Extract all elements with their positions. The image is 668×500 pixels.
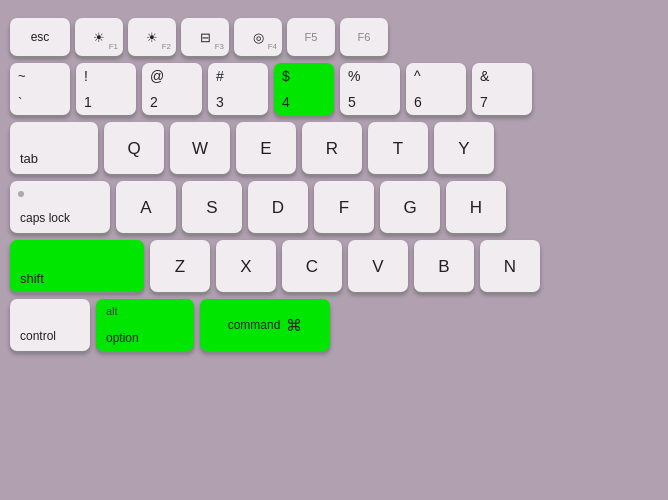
key-v[interactable]: V <box>348 240 408 292</box>
key-4[interactable]: $ 4 <box>274 63 334 115</box>
key-s[interactable]: S <box>182 181 242 233</box>
key-f2[interactable]: ☀ F2 <box>128 18 176 56</box>
key-f1[interactable]: ☀ F1 <box>75 18 123 56</box>
key-f[interactable]: F <box>314 181 374 233</box>
key-r[interactable]: R <box>302 122 362 174</box>
key-tab[interactable]: tab <box>10 122 98 174</box>
key-caps-lock[interactable]: caps lock <box>10 181 110 233</box>
key-5[interactable]: % 5 <box>340 63 400 115</box>
key-7[interactable]: & 7 <box>472 63 532 115</box>
key-esc[interactable]: esc <box>10 18 70 56</box>
key-x[interactable]: X <box>216 240 276 292</box>
key-command[interactable]: command ⌘ <box>200 299 330 351</box>
key-2[interactable]: @ 2 <box>142 63 202 115</box>
key-f6[interactable]: F6 <box>340 18 388 56</box>
key-h[interactable]: H <box>446 181 506 233</box>
key-e[interactable]: E <box>236 122 296 174</box>
number-row: ~ ` ! 1 @ 2 # 3 $ 4 % 5 ^ 6 & 7 <box>10 63 658 115</box>
key-g[interactable]: G <box>380 181 440 233</box>
key-d[interactable]: D <box>248 181 308 233</box>
key-z[interactable]: Z <box>150 240 210 292</box>
function-row: esc ☀ F1 ☀ F2 ⊟ F3 ◎ F4 F5 F6 <box>10 18 658 56</box>
key-f4[interactable]: ◎ F4 <box>234 18 282 56</box>
modifier-row: control alt option command ⌘ <box>10 299 658 351</box>
key-1[interactable]: ! 1 <box>76 63 136 115</box>
zxcv-row: shift Z X C V B N <box>10 240 658 292</box>
key-c[interactable]: C <box>282 240 342 292</box>
key-w[interactable]: W <box>170 122 230 174</box>
qwerty-row: tab Q W E R T Y <box>10 122 658 174</box>
key-control[interactable]: control <box>10 299 90 351</box>
key-t[interactable]: T <box>368 122 428 174</box>
key-option[interactable]: alt option <box>96 299 194 351</box>
key-q[interactable]: Q <box>104 122 164 174</box>
key-b[interactable]: B <box>414 240 474 292</box>
key-3[interactable]: # 3 <box>208 63 268 115</box>
key-f3[interactable]: ⊟ F3 <box>181 18 229 56</box>
key-tilde[interactable]: ~ ` <box>10 63 70 115</box>
key-a[interactable]: A <box>116 181 176 233</box>
key-f5[interactable]: F5 <box>287 18 335 56</box>
keyboard: esc ☀ F1 ☀ F2 ⊟ F3 ◎ F4 F5 F6 ~ ` <box>10 18 658 351</box>
key-n[interactable]: N <box>480 240 540 292</box>
key-shift-left[interactable]: shift <box>10 240 144 292</box>
key-y[interactable]: Y <box>434 122 494 174</box>
asdf-row: caps lock A S D F G H <box>10 181 658 233</box>
key-6[interactable]: ^ 6 <box>406 63 466 115</box>
